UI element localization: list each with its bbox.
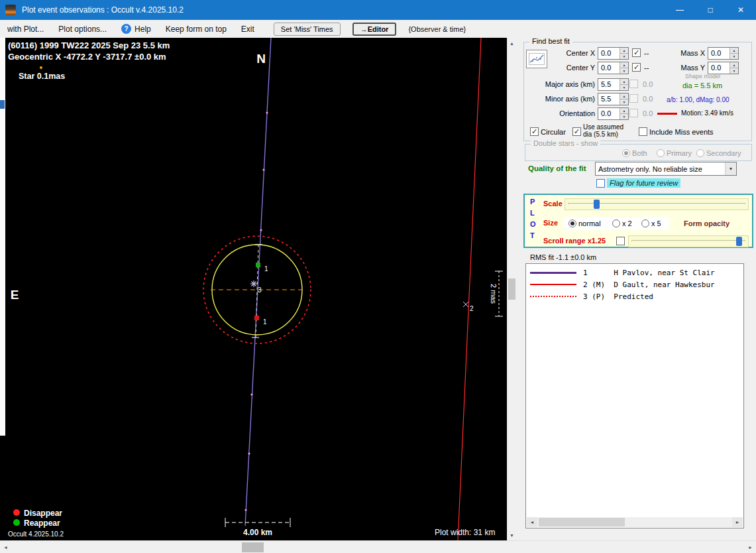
center-y-value[interactable]: 0.0	[598, 62, 620, 74]
spinner-down-icon[interactable]: ▼	[730, 68, 738, 74]
plot-area[interactable]: 1 1 3 2 2 mas 4.00 km (60116) 1999 TW22	[5, 38, 507, 540]
menu-keep-on-top[interactable]: Keep form on top	[158, 20, 234, 38]
menu-with-plot[interactable]: with Plot...	[0, 20, 51, 38]
listbox-scroll-track[interactable]	[537, 517, 732, 527]
orientation-checkbox[interactable]	[629, 109, 638, 117]
major-axis-checkbox[interactable]	[629, 80, 638, 88]
scroll-range-checkbox[interactable]	[616, 237, 625, 245]
scroll-left-icon[interactable]: ◄	[0, 541, 11, 553]
star-size-dot	[40, 66, 42, 69]
asteroid-circle	[212, 245, 302, 335]
double-stars-both-radio[interactable]	[622, 149, 630, 157]
observations-listbox[interactable]: 1 H Pavlov, near St Clair 2 (M) D Gault,…	[525, 263, 744, 528]
double-stars-group: Double stars - show Both Primary Seconda…	[525, 144, 752, 161]
spinner-down-icon[interactable]: ▼	[620, 54, 628, 59]
spinner-up-icon[interactable]: ▲	[620, 62, 628, 68]
list-item[interactable]: 2 (M) D Gault, near Hawkesbur	[526, 280, 743, 289]
minor-axis-spinner[interactable]: 5.5 ▲▼	[598, 93, 629, 105]
major-axis-spinner[interactable]: 5.5 ▲▼	[598, 78, 629, 91]
opacity-slider-thumb[interactable]	[736, 237, 742, 246]
center-y-dash-label: --	[644, 64, 649, 72]
star-marker-label: 3	[258, 286, 262, 294]
scroll-right-icon[interactable]: ►	[745, 541, 756, 553]
window-controls: — □ ✕	[665, 0, 756, 20]
spinner-up-icon[interactable]: ▲	[620, 79, 628, 85]
spinner-down-icon[interactable]: ▼	[620, 99, 628, 105]
quality-combobox[interactable]: Astrometry only. No reliable size ▼	[595, 162, 737, 176]
spinner-up-icon[interactable]: ▲	[620, 48, 628, 54]
chevron-down-icon[interactable]: ▼	[725, 162, 736, 175]
include-miss-label: Include Miss events	[649, 128, 714, 136]
chord2-line[interactable]	[458, 38, 481, 540]
menu-help[interactable]: ? Help	[114, 20, 158, 38]
scale-slider-thumb[interactable]	[594, 200, 600, 209]
size-normal-radio[interactable]	[568, 219, 576, 227]
plot-vertical-scrollbar[interactable]: ▲ ▼	[507, 38, 515, 540]
mass-x-value[interactable]: 0.0	[708, 48, 729, 59]
minor-axis-checkbox[interactable]	[629, 94, 638, 103]
observation-label: 1 H Pavlov, near St Clair	[583, 269, 715, 277]
center-x-spinner[interactable]: 0.0 ▲▼	[598, 47, 629, 60]
listbox-scroll-thumb[interactable]	[539, 518, 625, 526]
disappear-marker[interactable]	[254, 316, 259, 320]
size-x5-radio[interactable]	[641, 219, 649, 227]
major-axis-value[interactable]: 5.5	[598, 79, 620, 90]
spinner-down-icon[interactable]: ▼	[620, 68, 628, 74]
circular-checkbox[interactable]	[530, 127, 539, 136]
spinner-down-icon[interactable]: ▼	[730, 54, 738, 59]
best-fit-button[interactable]	[526, 50, 547, 68]
scroll-left-icon[interactable]: ◄	[527, 517, 537, 527]
spinner-up-icon[interactable]: ▲	[730, 48, 738, 54]
close-icon[interactable]: ✕	[726, 0, 756, 20]
spinner-up-icon[interactable]: ▲	[730, 62, 738, 68]
help-icon: ?	[121, 24, 131, 34]
spinner-down-icon[interactable]: ▼	[620, 114, 628, 119]
scroll-right-icon[interactable]: ►	[732, 517, 743, 527]
list-item[interactable]: 3 (P) Predicted	[526, 292, 743, 301]
slider-track	[631, 240, 745, 242]
mass-x-spinner[interactable]: 0.0 ▲▼	[708, 47, 739, 60]
center-x-value[interactable]: 0.0	[598, 48, 620, 59]
minimize-icon[interactable]: —	[665, 0, 695, 20]
opacity-slider[interactable]	[628, 235, 749, 247]
center-y-checkbox[interactable]	[632, 63, 641, 72]
editor-button[interactable]: →Editor	[352, 23, 397, 36]
orientation-spinner[interactable]: 0.0 ▲▼	[598, 107, 629, 120]
predicted-line-swatch	[530, 296, 576, 297]
menu-plot-options[interactable]: Plot options...	[51, 20, 114, 38]
flag-review-checkbox[interactable]	[596, 179, 605, 188]
spinner-up-icon[interactable]: ▲	[620, 108, 628, 114]
center-x-checkbox[interactable]	[632, 48, 641, 57]
spinner-up-icon[interactable]: ▲	[620, 93, 628, 99]
set-miss-times-button[interactable]: Set 'Miss' Times	[274, 23, 341, 36]
mass-y-value[interactable]: 0.0	[708, 62, 729, 74]
double-stars-primary-label: Primary	[667, 149, 692, 157]
left-dock-marker[interactable]	[0, 100, 5, 109]
scale-label: Scale	[543, 200, 563, 208]
use-assumed-dia-checkbox[interactable]	[572, 127, 581, 136]
plot-header-line1: (60116) 1999 TW222 2025 Sep 23 5.5 km	[8, 40, 170, 50]
double-stars-secondary-radio[interactable]	[696, 149, 704, 157]
listbox-hscrollbar[interactable]: ◄ ►	[527, 517, 743, 527]
plot-letter-l: L	[530, 209, 535, 217]
scale-slider[interactable]	[565, 198, 749, 210]
vertical-scroll-thumb[interactable]	[508, 278, 515, 300]
form-opacity-label[interactable]: Form opacity	[684, 219, 729, 227]
center-y-spinner[interactable]: 0.0 ▲▼	[598, 62, 629, 74]
window-title: Plot event observations : Occult v.4.202…	[22, 5, 184, 15]
double-stars-primary-radio[interactable]	[657, 149, 665, 157]
chord1-line-swatch	[530, 272, 576, 274]
orientation-value[interactable]: 0.0	[598, 108, 620, 119]
disappear-legend-label: Disappear	[24, 509, 62, 518]
menu-exit[interactable]: Exit	[234, 20, 262, 38]
size-x2-radio[interactable]	[612, 219, 620, 227]
minor-axis-value[interactable]: 5.5	[598, 93, 620, 105]
spinner-down-icon[interactable]: ▼	[620, 85, 628, 90]
include-miss-checkbox[interactable]	[639, 127, 647, 136]
window-hscrollbar[interactable]: ◄ ►	[0, 540, 756, 553]
occultation-plot[interactable]: 1 1 3 2 2 mas 4.00 km (60116) 1999 TW22	[5, 38, 507, 540]
horizontal-scroll-thumb[interactable]	[242, 542, 264, 552]
reappear-marker[interactable]	[256, 263, 260, 267]
maximize-icon[interactable]: □	[695, 0, 726, 20]
list-item[interactable]: 1 H Pavlov, near St Clair	[526, 268, 743, 277]
